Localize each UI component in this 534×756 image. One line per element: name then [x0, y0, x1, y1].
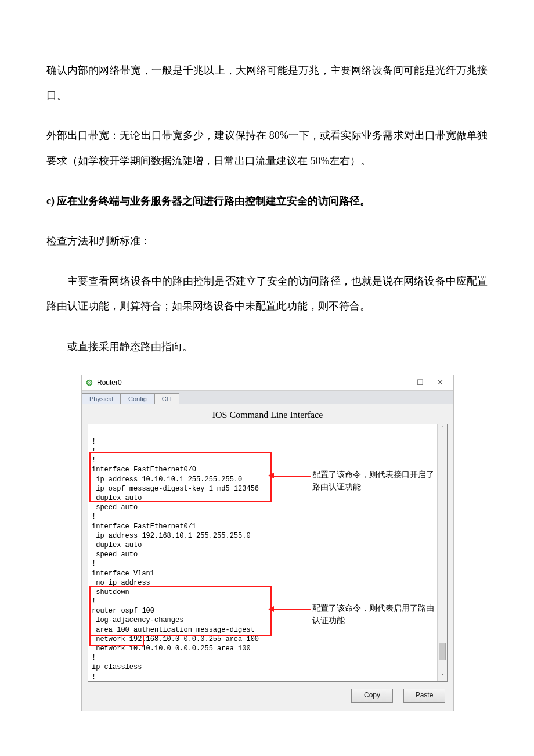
arrowhead-1 [268, 473, 274, 478]
cli-line: no ip address [92, 579, 150, 587]
scrollbar[interactable]: ˄ ˅ [437, 424, 447, 681]
router-window: Router0 — ☐ ✕ Physical Config CLI IOS Co… [81, 375, 454, 711]
cli-line: area 100 authentication message-digest [92, 626, 255, 634]
paragraph-4: 主要查看网络设备中的路由控制是否建立了安全的访问路径，也就是说在网络设备中应配置… [46, 269, 488, 319]
cli-line: shutdown [92, 588, 129, 596]
cli-line: ip classless [92, 663, 142, 671]
cli-line: duplex auto [92, 541, 142, 549]
cli-line: speed auto [92, 503, 138, 512]
cli-line: ip address 10.10.10.1 255.255.255.0 [92, 476, 242, 484]
annotation-2: 配置了该命令，则代表启用了路由认证功能 [312, 602, 440, 627]
cli-line: ip ospf message-digest-key 1 md5 123456 [92, 485, 259, 493]
titlebar: Router0 — ☐ ✕ [82, 375, 453, 391]
cli-output[interactable]: ! ! ! interface FastEthernet0/0 ip addre… [88, 424, 448, 682]
cli-button-row: Copy Paste [82, 685, 453, 711]
maximize-button[interactable]: ☐ [410, 376, 430, 389]
cli-line: duplex auto [92, 494, 142, 502]
close-button[interactable]: ✕ [430, 376, 450, 389]
tabs: Physical Config CLI [82, 391, 453, 404]
cli-line: ! [92, 597, 96, 606]
scroll-down-icon[interactable]: ˅ [438, 672, 447, 681]
scroll-thumb[interactable] [439, 643, 446, 660]
paragraph-1: 确认内部的网络带宽，一般是千兆以上，大网络可能是万兆，主要网络设备间可能是光纤万… [46, 58, 488, 108]
paragraph-2: 外部出口带宽：无论出口带宽多少，建议保持在 80%一下，或看实际业务需求对出口带… [46, 123, 488, 173]
annotation-1: 配置了该命令，则代表接口开启了路由认证功能 [312, 469, 440, 493]
cli-line: ip address 192.168.10.1 255.255.255.0 [92, 532, 251, 540]
cli-line: ! [92, 560, 96, 568]
copy-button[interactable]: Copy [351, 689, 393, 703]
cli-line: ! [92, 673, 96, 681]
tab-cli[interactable]: CLI [154, 393, 179, 404]
cli-line: ! [92, 438, 96, 446]
arrow-2 [270, 609, 311, 610]
cli-line: ! [92, 654, 96, 662]
tab-config[interactable]: Config [121, 393, 154, 404]
cli-line: ! [92, 447, 96, 455]
cli-line: interface FastEthernet0/1 [92, 523, 196, 531]
cli-line: network 192.168.10.0 0.0.0.255 area 100 [92, 635, 259, 643]
arrowhead-2 [268, 606, 274, 612]
tab-physical[interactable]: Physical [82, 393, 121, 404]
window-title: Router0 [97, 379, 391, 387]
cli-line: router ospf 100 [92, 607, 154, 615]
paragraph-3: 检查方法和判断标准： [46, 229, 488, 254]
cli-title: IOS Command Line Interface [82, 404, 453, 424]
cli-line: network 10.10.10.0 0.0.0.255 area 100 [92, 645, 251, 653]
heading-c: c) 应在业务终端与业务服务器之间进行路由控制建立安全的访问路径。 [46, 189, 488, 214]
paragraph-5: 或直接采用静态路由指向。 [46, 334, 488, 359]
router-icon [85, 379, 93, 387]
scroll-up-icon[interactable]: ˄ [438, 424, 447, 434]
paste-button[interactable]: Paste [403, 689, 445, 703]
cli-line: interface FastEthernet0/0 [92, 466, 196, 474]
cli-line: log-adjacency-changes [92, 616, 183, 624]
minimize-button[interactable]: — [391, 376, 410, 389]
cli-line: ! [92, 513, 96, 521]
arrow-1 [270, 476, 311, 477]
cli-line: ! [92, 456, 96, 465]
cli-line: speed auto [92, 550, 138, 559]
cli-line: interface Vlan1 [92, 570, 154, 578]
